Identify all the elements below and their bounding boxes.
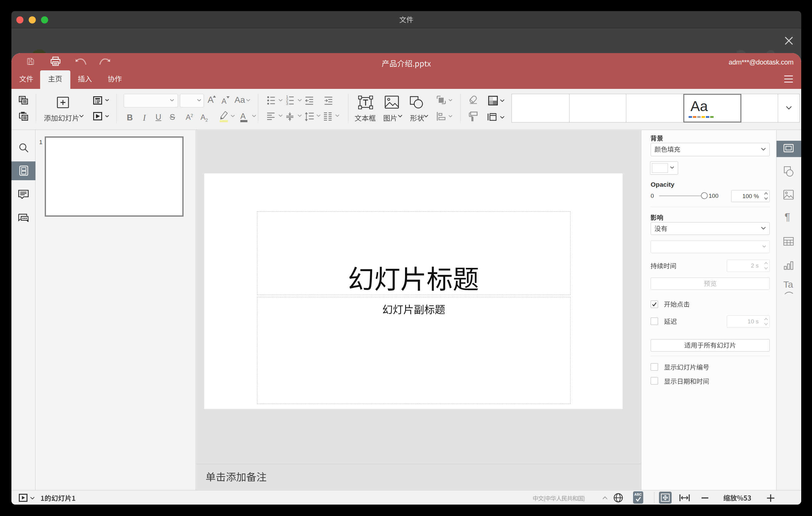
svg-text:3: 3 [286,101,288,106]
